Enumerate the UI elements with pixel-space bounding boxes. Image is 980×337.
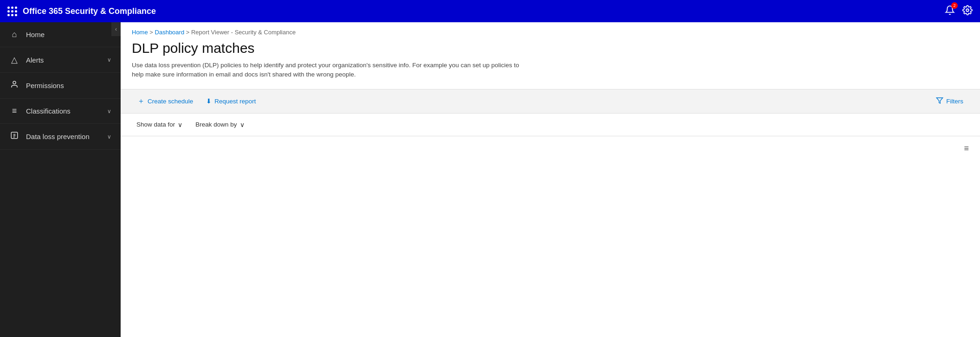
- chart-area: ≡: [121, 136, 980, 229]
- sidebar-item-alerts[interactable]: △ Alerts ∨: [0, 47, 121, 73]
- gear-icon: [962, 5, 973, 15]
- create-schedule-button[interactable]: ＋ Create schedule: [132, 93, 199, 109]
- chart-menu-icon[interactable]: ≡: [964, 144, 969, 153]
- breadcrumb-separator-1: >: [149, 29, 155, 36]
- home-icon: ⌂: [9, 30, 19, 39]
- sidebar-item-home-label: Home: [26, 31, 45, 38]
- notification-count-badge: 2: [951, 2, 958, 9]
- sidebar-item-permissions[interactable]: Permissions: [0, 73, 121, 99]
- alerts-icon: △: [9, 55, 19, 65]
- main-content: Home > Dashboard > Report Viewer - Secur…: [121, 22, 980, 337]
- dlp-chevron-icon: ∨: [107, 134, 111, 140]
- show-data-for-label: Show data for: [136, 121, 175, 128]
- sidebar-item-classifications[interactable]: ≡ Classifications ∨: [0, 99, 121, 124]
- create-schedule-label: Create schedule: [148, 98, 193, 105]
- page-title: DLP policy matches: [121, 40, 980, 61]
- create-schedule-icon: ＋: [137, 96, 145, 106]
- filters-row: Show data for ∨ Break down by ∨: [121, 114, 980, 136]
- collapse-icon: ‹: [115, 26, 117, 32]
- apps-icon[interactable]: [7, 6, 17, 16]
- sidebar-item-classifications-label: Classifications: [26, 107, 71, 115]
- filters-icon: [936, 97, 943, 106]
- permissions-icon: [9, 80, 19, 91]
- show-data-for-chevron-icon: ∨: [178, 121, 182, 128]
- app-title: Office 365 Security & Compliance: [23, 6, 156, 16]
- classifications-chevron-icon: ∨: [107, 108, 111, 114]
- request-report-icon: ⬇: [206, 97, 212, 105]
- sidebar-item-home[interactable]: ⌂ Home: [0, 22, 121, 47]
- topbar: Office 365 Security & Compliance 2: [0, 0, 980, 22]
- sidebar-item-dlp[interactable]: Data loss prevention ∨: [0, 124, 121, 150]
- svg-marker-3: [937, 98, 943, 103]
- settings-button[interactable]: [962, 5, 973, 17]
- svg-point-0: [966, 9, 969, 12]
- break-down-by-dropdown[interactable]: Break down by ∨: [191, 118, 249, 131]
- breadcrumb-home-link[interactable]: Home: [132, 29, 148, 36]
- sidebar: ‹ ⌂ Home △ Alerts ∨: [0, 22, 121, 337]
- request-report-button[interactable]: ⬇ Request report: [200, 94, 261, 108]
- breadcrumb-dashboard-link[interactable]: Dashboard: [155, 29, 185, 36]
- break-down-by-label: Break down by: [195, 121, 237, 128]
- alerts-chevron-icon: ∨: [107, 57, 111, 63]
- filters-label: Filters: [946, 98, 963, 105]
- breadcrumb-separator-2: >: [186, 29, 191, 36]
- filters-button[interactable]: Filters: [930, 94, 969, 109]
- breadcrumb: Home > Dashboard > Report Viewer - Secur…: [121, 22, 980, 40]
- breadcrumb-current: Report Viewer - Security & Compliance: [191, 29, 296, 36]
- break-down-by-chevron-icon: ∨: [240, 121, 245, 128]
- page-description: Use data loss prevention (DLP) policies …: [121, 61, 538, 89]
- dlp-icon: [9, 131, 19, 142]
- svg-point-1: [13, 81, 16, 84]
- toolbar: ＋ Create schedule ⬇ Request report Filte…: [121, 89, 980, 114]
- classifications-icon: ≡: [9, 106, 19, 116]
- notifications-button[interactable]: 2: [945, 5, 955, 17]
- sidebar-collapse-button[interactable]: ‹: [111, 22, 121, 36]
- sidebar-item-alerts-label: Alerts: [26, 56, 44, 64]
- sidebar-item-permissions-label: Permissions: [26, 82, 64, 89]
- request-report-label: Request report: [214, 98, 256, 105]
- show-data-for-dropdown[interactable]: Show data for ∨: [132, 118, 187, 131]
- sidebar-item-dlp-label: Data loss prevention: [26, 133, 90, 140]
